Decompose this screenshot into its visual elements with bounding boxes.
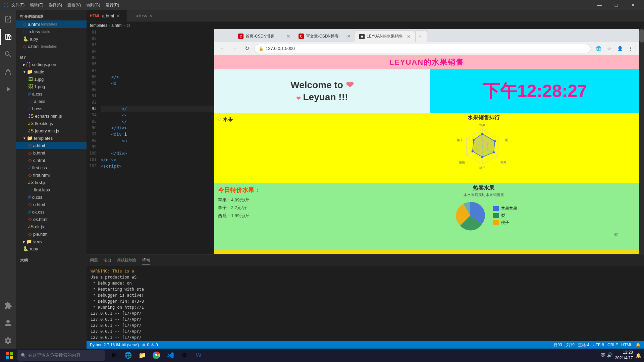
sidebar-okhtml[interactable]: ◇ ok.html (16, 216, 87, 223)
sidebar-aless[interactable]: { } a.less (16, 98, 87, 105)
activity-run[interactable] (0, 81, 16, 97)
sidebar-bhtml-file[interactable]: ◇ b.html (16, 149, 87, 157)
panel-tab-output[interactable]: 输出 (103, 256, 111, 264)
sidebar-open-file-chtml[interactable]: ◇ c.html templates (16, 43, 87, 50)
sidebar-echartsjs[interactable]: JS echarts.min.js (16, 112, 87, 120)
status-spaces[interactable]: 空格:4 (578, 342, 589, 348)
refresh-button[interactable]: ↻ (242, 44, 252, 53)
sidebar-jqueryjs[interactable]: JS jquery.min.js (16, 127, 87, 134)
sidebar-settings-json[interactable]: ▶ { } settings.json (16, 61, 87, 68)
sidebar-ohtml[interactable]: ◇ o.html (16, 201, 87, 208)
menu-select[interactable]: 选择(S) (49, 2, 62, 8)
footer-link[interactable]: 联系方式：http://blog.csdn.net/qq_45840993 (430, 254, 517, 254)
panel-tab-terminal[interactable]: 终端 (142, 256, 150, 264)
sidebar-folder-templates[interactable]: ▼ 📁 templates (16, 134, 87, 142)
browser-tab-active-close[interactable]: ✕ (407, 34, 411, 39)
menu-file[interactable]: 文件(F) (11, 2, 24, 8)
menu-button[interactable]: ⋮ (626, 44, 635, 53)
sidebar-piehtml[interactable]: ◇ pie.html (16, 230, 87, 238)
back-button[interactable]: ← (218, 44, 227, 53)
terminal-line-1: WARNING: This is a (91, 268, 640, 274)
activity-extensions[interactable] (0, 298, 16, 314)
browser-tab-active[interactable]: ◆ LEYUAN的水果销售 ✕ (355, 31, 415, 42)
status-crlf[interactable]: CRLF (607, 342, 618, 348)
sidebar-okjs[interactable]: JS ok.js (16, 223, 87, 230)
taskbar-lang-icon[interactable]: 英 (601, 352, 605, 358)
code-editor[interactable]: 8182838485 8687888990 9192939495 9697989… (87, 29, 214, 254)
taskbar-volume-icon[interactable]: 🔊 (607, 352, 612, 358)
menu-run[interactable]: 运行(R) (106, 2, 119, 8)
taskbar-icon-edge[interactable]: 🌐 (121, 349, 135, 362)
profile-button[interactable]: 👤 (615, 44, 625, 53)
hot-chart-row: 苹果苹果 梨 桃子 (450, 199, 517, 232)
sidebar-open-file-aless[interactable]: { } a.less static (16, 28, 87, 35)
panel-tab-problems[interactable]: 问题 (90, 256, 98, 264)
sidebar-open-file-ahtml[interactable]: ◇ a.html templates (16, 20, 87, 28)
status-line[interactable]: 行93，列19 (553, 342, 575, 348)
taskbar-icon-chrome[interactable] (150, 349, 163, 362)
browser-tab-csdn2-close[interactable]: ✕ (347, 34, 351, 39)
address-bar[interactable]: 🔒 127.0.0.1:5000 (254, 44, 591, 53)
sidebar-folder-static[interactable]: ▼ 📁 static (16, 68, 87, 75)
python-version-label: Python 2.7.16 64-bit (venv') (90, 343, 139, 347)
menu-goto[interactable]: 转到(G) (86, 2, 100, 8)
start-button[interactable] (3, 349, 16, 362)
breadcrumb-ahtml[interactable]: a.html (111, 23, 122, 28)
sidebar-1png[interactable]: 🖼 1.png (16, 83, 87, 90)
taskbar-icon-settings[interactable]: ⚙ (178, 349, 191, 362)
sidebar-ocss[interactable]: # o.css (16, 193, 87, 201)
sidebar-1jpg[interactable]: 🖼 1.jpg (16, 75, 87, 83)
sidebar-ahtml-file[interactable]: ◇ a.html (16, 142, 87, 149)
panel-tab-debug[interactable]: 调试控制台 (117, 256, 137, 264)
minimize-button[interactable]: — (592, 0, 607, 10)
taskbar-icon-multiview[interactable]: ⊞ (107, 349, 121, 362)
right-scrollbar[interactable] (639, 29, 644, 254)
menu-edit[interactable]: 编辑(E) (30, 2, 43, 8)
sidebar-open-file-apy[interactable]: 🐍 a.py (16, 35, 87, 43)
sidebar-firstjs[interactable]: JS first.js (16, 179, 87, 186)
status-python[interactable]: Python 2.7.16 64-bit (venv') (90, 343, 139, 347)
sidebar-firstless[interactable]: { } first.less (16, 186, 87, 193)
browser-tab-csdn1-close[interactable]: ✕ (286, 34, 290, 39)
menu-view[interactable]: 查看(V) (67, 2, 81, 8)
taskbar-notification-icon[interactable]: 🔔 (636, 353, 641, 358)
sidebar-firsthtml[interactable]: ◇ first.html (16, 171, 87, 179)
status-errors[interactable]: ⊗ 0 ⚠ 0 (142, 343, 158, 347)
tab-ahtml-close[interactable]: ✕ (116, 13, 120, 18)
activity-files[interactable] (0, 29, 16, 45)
bookmark-button[interactable]: ☆ (604, 44, 614, 53)
status-lang[interactable]: HTML (621, 342, 632, 348)
status-feedback[interactable]: 🔔 (636, 342, 641, 348)
forward-button[interactable]: → (230, 44, 239, 53)
close-button[interactable]: ✕ (625, 0, 641, 10)
sidebar-apy[interactable]: 🐍 a.py (16, 245, 87, 252)
browser-tab-csdn1[interactable]: C 首页-CSDN博客 ✕ (234, 31, 294, 42)
sidebar-bcss[interactable]: # b.css (16, 105, 87, 112)
tab-aless[interactable]: { } a.less ✕ (127, 10, 167, 21)
breadcrumb-templates[interactable]: templates (90, 23, 107, 28)
activity-settings[interactable] (0, 333, 16, 349)
maximize-button[interactable]: □ (608, 0, 624, 10)
taskbar-icon-explorer[interactable]: 📁 (136, 349, 149, 362)
tab-aless-close[interactable]: ✕ (149, 13, 153, 18)
taskbar-icon-vscode[interactable] (164, 349, 177, 362)
sidebar-acss[interactable]: # a.css (16, 90, 87, 98)
activity-explorer[interactable] (0, 11, 16, 27)
activity-git[interactable] (0, 64, 16, 80)
sidebar-folder-venv[interactable]: ▶ 📁 venv (16, 238, 87, 245)
scrollbar-thumb[interactable] (639, 29, 644, 43)
sidebar-okcss[interactable]: # ok.css (16, 208, 87, 216)
tab-ahtml[interactable]: HTML a.html ✕ (87, 10, 127, 21)
sidebar-firstcss[interactable]: # first.css (16, 164, 87, 171)
browser-tab-csdn2[interactable]: C 写文章-CSDN博客 ✕ (294, 31, 355, 42)
status-encoding[interactable]: UTF-8 (593, 342, 604, 348)
new-tab-button[interactable]: + (415, 31, 427, 42)
activity-account[interactable] (0, 315, 16, 331)
taskbar-icon-word[interactable]: W (192, 349, 205, 362)
sidebar-chtml-file[interactable]: ◇ c.html (16, 157, 87, 164)
taskbar-search-bar[interactable]: 🔍 在这里输入你要搜索的内容 (17, 350, 105, 361)
translate-button[interactable]: 🌐 (594, 44, 603, 53)
activity-search[interactable] (0, 46, 16, 62)
sidebar-flexiblejs[interactable]: JS flexible.js (16, 120, 87, 127)
status-bar: Python 2.7.16 64-bit (venv') ⊗ 0 ⚠ 0 行93… (87, 341, 644, 349)
